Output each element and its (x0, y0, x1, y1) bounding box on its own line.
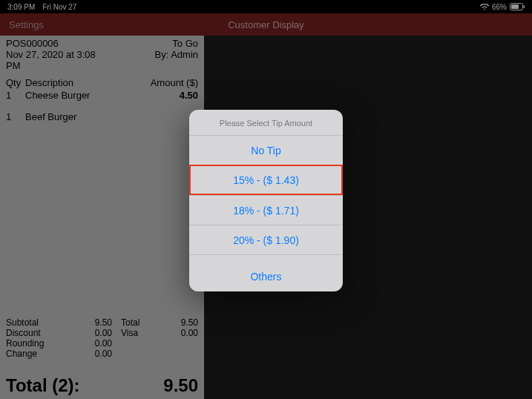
tip-option-15[interactable]: 15% - ($ 1.43) (189, 165, 343, 195)
dialog-title: Please Select Tip Amount (189, 110, 343, 135)
tip-option-18[interactable]: 18% - ($ 1.71) (189, 195, 343, 225)
tip-dialog: Please Select Tip Amount No Tip 15% - ($… (189, 110, 343, 291)
tip-option-20[interactable]: 20% - ($ 1.90) (189, 225, 343, 254)
dialog-separator (189, 254, 343, 262)
tip-option-others[interactable]: Others (189, 262, 343, 291)
tip-option-none[interactable]: No Tip (189, 135, 343, 165)
